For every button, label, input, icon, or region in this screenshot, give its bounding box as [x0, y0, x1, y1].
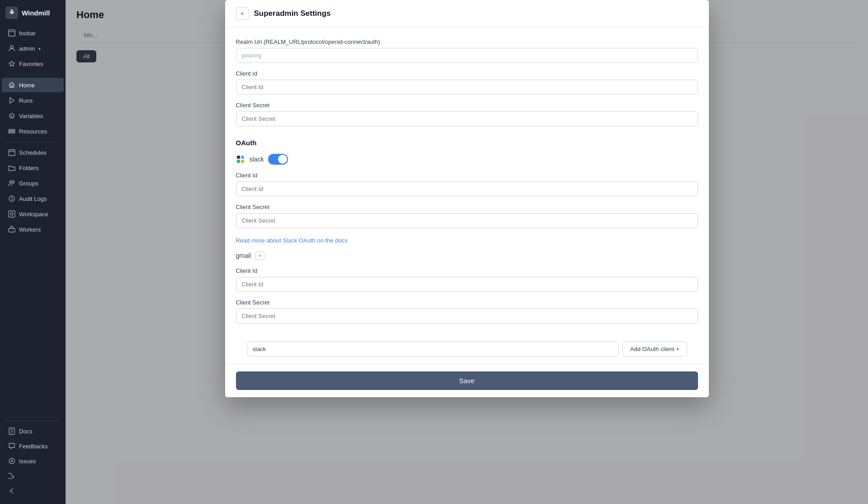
home-icon — [8, 81, 15, 89]
save-button[interactable]: Save — [236, 371, 698, 390]
sidebar-item-favorites[interactable]: Favorites — [2, 57, 64, 71]
sidebar-feedbacks-label: Feedbacks — [19, 443, 48, 450]
svg-rect-22 — [241, 160, 244, 163]
slack-client-id-group: Client Id — [236, 172, 698, 196]
sidebar-item-schedules[interactable]: Schedules — [2, 145, 64, 160]
svg-point-10 — [10, 181, 12, 183]
gmail-client-id-group: Client Id — [236, 267, 698, 292]
gmail-remove-button[interactable]: × — [255, 251, 264, 260]
sidebar-item-user[interactable]: admin ▾ — [2, 41, 64, 56]
keycloak-client-id-label: Client Id — [236, 70, 698, 77]
slack-icon — [236, 155, 245, 164]
svg-rect-8 — [9, 132, 15, 133]
slack-toggle-wrapper[interactable] — [268, 154, 288, 165]
gmail-client-id-input[interactable] — [236, 277, 698, 292]
modal-footer: Save — [225, 364, 709, 397]
slack-client-secret-input[interactable] — [236, 213, 698, 228]
gmail-client-secret-input[interactable] — [236, 309, 698, 323]
oauth-section-title: OAuth — [236, 139, 698, 147]
keycloak-client-id-input[interactable] — [236, 80, 698, 95]
gmail-client-secret-group: Client Secret — [236, 299, 698, 323]
keycloak-client-secret-label: Client Secret — [236, 102, 698, 109]
superadmin-settings-modal: × Superadmin Settings Realm Url (REALM_U… — [225, 0, 709, 397]
svg-point-3 — [10, 46, 13, 48]
svg-rect-20 — [241, 156, 244, 159]
variables-icon: $ — [8, 112, 15, 119]
gmail-client-id-label: Client Id — [236, 267, 698, 274]
sidebar-item-runs[interactable]: Runs — [2, 93, 64, 108]
modal-body: Realm Url (REALM_URL/protocol/openid-con… — [225, 28, 709, 364]
svg-marker-4 — [10, 98, 14, 103]
slack-provider-section: slack Client Id Clien — [236, 154, 698, 251]
slack-docs-link[interactable]: Read more about Slack OAuth on the docs — [236, 237, 348, 244]
sidebar-home-label: Home — [19, 82, 35, 89]
sidebar-item-feedbacks[interactable]: Feedbacks — [2, 439, 64, 453]
sidebar-variables-label: Variables — [19, 113, 43, 119]
sidebar-bottom: Docs Feedbacks Issues — [0, 418, 66, 504]
sidebar-item-home[interactable]: Home — [2, 78, 64, 92]
realm-url-input[interactable] — [236, 48, 698, 63]
app-logo[interactable]: Windmill — [0, 0, 66, 25]
svg-rect-7 — [9, 129, 15, 131]
svg-rect-19 — [237, 156, 240, 159]
sidebar-item-issues[interactable]: Issues — [2, 454, 64, 468]
realm-url-label: Realm Url (REALM_URL/protocol/openid-con… — [236, 38, 698, 45]
star-icon — [8, 60, 15, 67]
realm-url-group: Realm Url (REALM_URL/protocol/openid-con… — [236, 38, 698, 63]
add-oauth-client-button[interactable]: Add OAuth client + — [623, 342, 687, 357]
add-oauth-input[interactable] — [247, 342, 619, 357]
sidebar-favorites-label: Favorites — [19, 61, 43, 67]
gmail-provider-section: gmail × Client Id Client Secret — [236, 251, 698, 323]
sidebar-resources-label: Resources — [19, 128, 47, 135]
gmail-provider-row: gmail × — [236, 251, 698, 260]
modal-close-button[interactable]: × — [236, 7, 249, 20]
sidebar-item-variables[interactable]: $ Variables — [2, 109, 64, 123]
slack-toggle[interactable] — [268, 154, 288, 165]
workspace-icon — [8, 210, 15, 218]
user-dropdown-indicator: ▾ — [38, 46, 41, 51]
sidebar-item-groups[interactable]: Groups — [2, 176, 64, 190]
svg-rect-9 — [9, 150, 15, 156]
gmail-client-secret-label: Client Secret — [236, 299, 698, 306]
calendar-icon — [8, 149, 15, 156]
svg-point-14 — [10, 213, 13, 215]
sidebar-item-resources[interactable]: Resources — [2, 124, 64, 138]
back-icon — [8, 487, 15, 494]
svg-rect-21 — [237, 160, 240, 163]
keycloak-client-secret-input[interactable] — [236, 111, 698, 126]
svg-point-11 — [12, 181, 14, 183]
windmill-logo-icon — [5, 6, 18, 19]
runs-icon — [8, 97, 15, 104]
sidebar-item-docs[interactable]: Docs — [2, 424, 64, 438]
svg-rect-13 — [9, 211, 15, 217]
feedback-icon — [8, 442, 15, 450]
main-content: Home Wo... All × Superadmin Settings Rea… — [66, 0, 868, 504]
slack-provider-name: slack — [250, 156, 264, 163]
keycloak-client-id-group: Client Id — [236, 70, 698, 95]
sidebar-item-workspace[interactable]: foobar — [2, 26, 64, 40]
slack-provider-row: slack — [236, 154, 698, 165]
modal-header: × Superadmin Settings — [225, 0, 709, 28]
app-name: Windmill — [22, 9, 50, 17]
svg-rect-2 — [9, 30, 15, 36]
docs-icon — [8, 428, 15, 435]
sidebar-audit-logs-label: Audit Logs — [19, 195, 47, 202]
sidebar-item-workers[interactable]: Workers — [2, 222, 64, 237]
slack-toggle-thumb — [278, 155, 287, 164]
sidebar-workers-label: Workers — [19, 226, 41, 233]
sidebar-docs-label: Docs — [19, 428, 33, 435]
sidebar-item-theme-toggle[interactable] — [2, 469, 64, 483]
moon-icon — [8, 472, 15, 480]
sidebar-item-audit-logs[interactable]: Audit Logs — [2, 191, 64, 206]
sidebar-item-workspace[interactable]: Workspace — [2, 207, 64, 221]
slack-client-id-input[interactable] — [236, 181, 698, 196]
sidebar-schedules-label: Schedules — [19, 149, 47, 156]
sidebar-item-back[interactable] — [2, 484, 64, 498]
sidebar-item-folders[interactable]: Folders — [2, 161, 64, 175]
keycloak-client-secret-group: Client Secret — [236, 102, 698, 126]
add-oauth-row: Add OAuth client + — [236, 334, 698, 364]
slack-client-secret-group: Client Secret — [236, 204, 698, 228]
slack-client-id-label: Client Id — [236, 172, 698, 179]
sidebar-workspace-nav-label: Workspace — [19, 211, 48, 218]
sidebar-divider-2 — [5, 142, 60, 142]
